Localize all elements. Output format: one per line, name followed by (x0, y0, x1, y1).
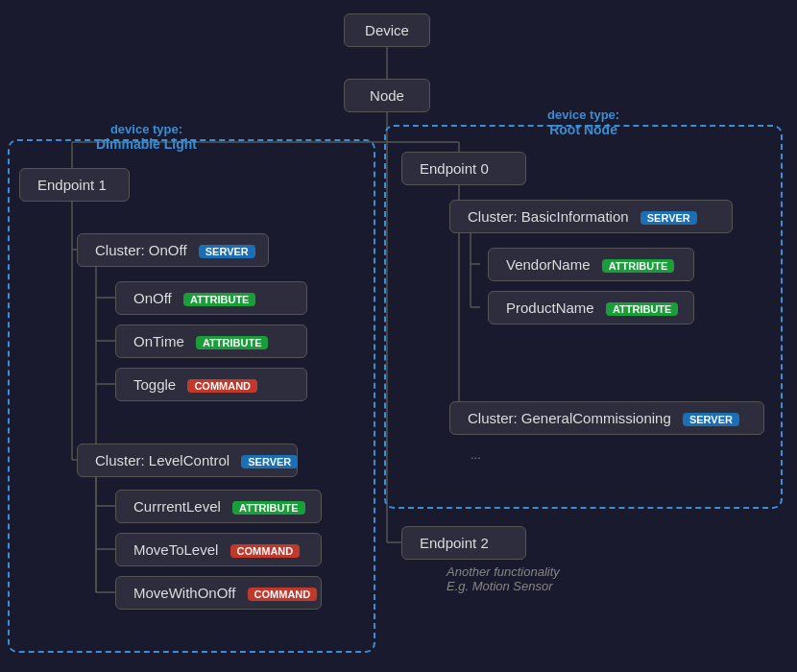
endpoint-2: Endpoint 2 (401, 526, 526, 560)
cluster-basicinfo: Cluster: BasicInformation SERVER (449, 200, 733, 233)
device-node: Device (344, 13, 430, 47)
movewithonoff-cmd-badge: COMMAND (248, 588, 318, 601)
endpoint-0: Endpoint 0 (401, 152, 526, 185)
cluster-generalcommissioning: Cluster: GeneralCommissioning SERVER (449, 401, 764, 435)
toggle-cmd-badge: COMMAND (187, 379, 257, 393)
diagram: device type:Dimmable Light device type:R… (0, 0, 797, 672)
currentlevel-attr-badge: ATTRIBUTE (232, 501, 305, 515)
onoff-server-badge: SERVER (199, 245, 255, 258)
generalcommissioning-server-badge: SERVER (683, 413, 739, 426)
endpoint-1: Endpoint 1 (19, 168, 130, 202)
ontime-attr-badge: ATTRIBUTE (196, 336, 269, 349)
root-node-label: device type:Root Node (547, 108, 619, 137)
cluster-levelcontrol: Cluster: LevelControl SERVER (77, 444, 298, 477)
vendorname-attr-badge: ATTRIBUTE (602, 259, 675, 273)
basicinfo-server-badge: SERVER (640, 211, 697, 225)
productname-attr-badge: ATTRIBUTE (606, 302, 679, 316)
ep2-description: Another functionality E.g. Motion Sensor (447, 564, 560, 593)
movewithonoff-command: MoveWithOnOff COMMAND (115, 576, 322, 610)
ontime-attribute: OnTime ATTRIBUTE (115, 324, 307, 358)
currentlevel-attribute: CurrrentLevel ATTRIBUTE (115, 490, 322, 523)
movetolevel-command: MoveToLevel COMMAND (115, 533, 322, 566)
onoff-attr-badge: ATTRIBUTE (183, 293, 256, 306)
toggle-command: Toggle COMMAND (115, 368, 307, 401)
ellipsis: ... (471, 445, 481, 463)
movetolevel-cmd-badge: COMMAND (230, 544, 301, 558)
node-node: Node (344, 79, 430, 112)
dimmable-light-label: device type:Dimmable Light (96, 122, 197, 152)
vendorname-attribute: VendorName ATTRIBUTE (488, 248, 694, 281)
productname-attribute: ProductName ATTRIBUTE (488, 291, 694, 324)
onoff-attribute: OnOff ATTRIBUTE (115, 281, 307, 315)
levelcontrol-server-badge: SERVER (241, 455, 298, 468)
cluster-onoff: Cluster: OnOff SERVER (77, 233, 269, 267)
